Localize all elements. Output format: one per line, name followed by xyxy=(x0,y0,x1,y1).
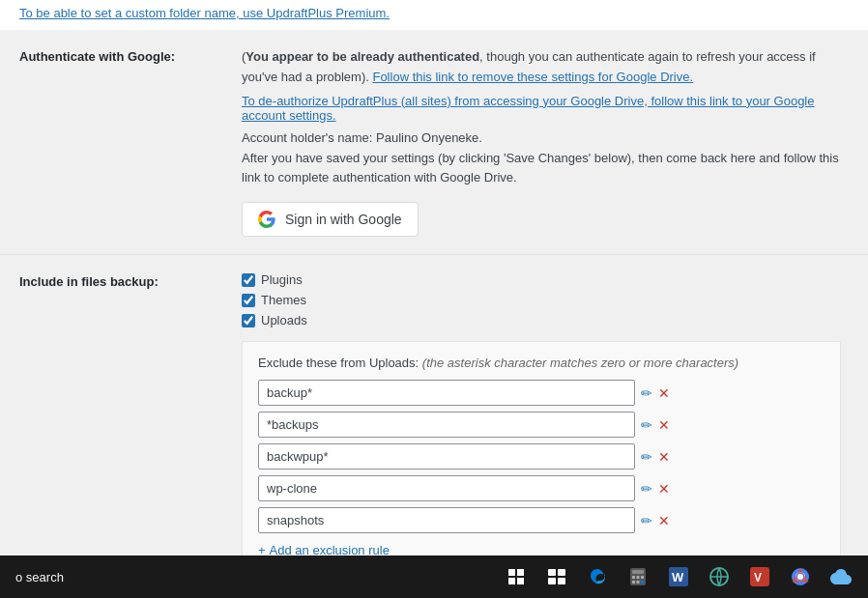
premium-link[interactable]: To be able to set a custom folder name, … xyxy=(19,6,390,20)
exclude-row-3: ✏ ✕ xyxy=(258,443,825,470)
edit-icon-5[interactable]: ✏ xyxy=(641,513,652,528)
svg-point-25 xyxy=(797,574,803,580)
exclude-section: Exclude these from Uploads: (the asteris… xyxy=(242,341,841,572)
browser-icon xyxy=(709,567,729,586)
svg-rect-13 xyxy=(632,581,635,584)
account-name-label: Account holder's name: xyxy=(242,130,372,145)
authenticate-label: Authenticate with Google: xyxy=(19,47,232,64)
exclude-input-4[interactable] xyxy=(258,475,635,501)
sign-in-google-button[interactable]: Sign in with Google xyxy=(242,202,419,237)
after-text: After you have saved your settings (by c… xyxy=(242,149,849,189)
exclude-input-1[interactable] xyxy=(258,380,635,406)
svg-rect-3 xyxy=(517,578,524,584)
exclude-input-2[interactable] xyxy=(258,412,635,438)
deauth-link[interactable]: To de-authorize UpdraftPlus (all sites) … xyxy=(242,94,814,123)
taskbar-icons: W V xyxy=(497,557,860,596)
delete-icon-2[interactable]: ✕ xyxy=(658,417,670,433)
delete-icon-3[interactable]: ✕ xyxy=(658,449,670,465)
browser-button[interactable] xyxy=(700,557,738,596)
svg-rect-9 xyxy=(632,570,644,574)
chrome-icon xyxy=(791,567,810,586)
calculator-button[interactable] xyxy=(619,557,657,596)
edge-button[interactable] xyxy=(578,557,617,596)
windows-start-button[interactable] xyxy=(497,557,535,596)
delete-icon-4[interactable]: ✕ xyxy=(658,481,670,497)
delete-icon-5[interactable]: ✕ xyxy=(658,513,670,528)
windows-icon xyxy=(508,569,524,584)
svg-rect-6 xyxy=(548,578,556,584)
plugins-label: Plugins xyxy=(261,272,303,287)
svg-rect-4 xyxy=(548,569,556,576)
svg-text:W: W xyxy=(672,570,684,584)
cloud-button[interactable] xyxy=(822,557,860,596)
taskbar-search-text: o search xyxy=(8,566,72,588)
svg-rect-7 xyxy=(558,578,565,584)
svg-text:V: V xyxy=(754,571,762,584)
already-auth-text: (You appear to be already authenticated,… xyxy=(242,47,849,88)
themes-label: Themes xyxy=(261,293,306,307)
auth-bold: You appear to be already authenticated xyxy=(246,49,479,64)
edit-icon-1[interactable]: ✏ xyxy=(641,385,652,401)
svg-rect-11 xyxy=(637,576,640,579)
checkbox-uploads[interactable]: Uploads xyxy=(242,313,849,327)
checkbox-plugins[interactable]: Plugins xyxy=(242,272,849,287)
exclude-subtitle: (the asterisk character matches zero or … xyxy=(422,356,738,370)
exclude-title: Exclude these from Uploads: (the asteris… xyxy=(258,356,825,370)
exclude-row-5: ✏ ✕ xyxy=(258,507,825,533)
edit-icon-2[interactable]: ✏ xyxy=(641,417,652,433)
google-logo-icon xyxy=(258,211,275,228)
vpn-button[interactable]: V xyxy=(740,557,779,596)
exclude-row-1: ✏ ✕ xyxy=(258,380,825,406)
delete-icon-1[interactable]: ✕ xyxy=(658,385,670,401)
vpn-icon: V xyxy=(750,567,769,586)
files-backup-label: Include in files backup: xyxy=(19,272,232,289)
exclude-row-4: ✏ ✕ xyxy=(258,475,825,501)
edge-icon xyxy=(588,567,607,586)
svg-rect-12 xyxy=(641,576,644,579)
edit-icon-3[interactable]: ✏ xyxy=(641,449,652,465)
authenticate-content: (You appear to be already authenticated,… xyxy=(232,47,849,237)
task-view-icon xyxy=(548,569,565,584)
svg-rect-1 xyxy=(517,569,524,576)
checkbox-themes[interactable]: Themes xyxy=(242,293,849,307)
svg-rect-5 xyxy=(558,569,565,576)
svg-rect-14 xyxy=(637,581,640,584)
backup-checkboxes: Plugins Themes Uploads xyxy=(242,272,849,327)
task-view-button[interactable] xyxy=(537,557,576,596)
cloud-icon xyxy=(830,569,852,584)
calculator-icon xyxy=(630,568,646,585)
chrome-button[interactable] xyxy=(781,557,820,596)
sign-in-google-label: Sign in with Google xyxy=(285,212,402,227)
word-icon: W xyxy=(669,567,688,586)
uploads-label: Uploads xyxy=(261,313,307,327)
account-name-value: Paulino Onyeneke. xyxy=(376,130,482,145)
remove-settings-link[interactable]: Follow this link to remove these setting… xyxy=(372,70,693,84)
files-backup-row: Include in files backup: Plugins Themes … xyxy=(0,255,868,590)
svg-rect-2 xyxy=(508,578,515,584)
files-backup-content: Plugins Themes Uploads Exclude these fro… xyxy=(232,272,849,572)
svg-rect-15 xyxy=(641,581,644,584)
svg-rect-10 xyxy=(632,576,635,579)
themes-checkbox[interactable] xyxy=(242,294,255,307)
exclude-input-3[interactable] xyxy=(258,443,635,470)
exclude-title-text: Exclude these from Uploads: xyxy=(258,356,419,370)
account-name-line: Account holder's name: Paulino Onyeneke. xyxy=(242,130,849,145)
word-button[interactable]: W xyxy=(659,557,698,596)
authenticate-row: Authenticate with Google: (You appear to… xyxy=(0,30,868,255)
taskbar: o search xyxy=(0,555,868,598)
uploads-checkbox[interactable] xyxy=(242,314,255,327)
plugins-checkbox[interactable] xyxy=(242,273,255,287)
exclude-row-2: ✏ ✕ xyxy=(258,412,825,438)
exclude-input-5[interactable] xyxy=(258,507,635,533)
edit-icon-4[interactable]: ✏ xyxy=(641,481,652,497)
svg-rect-0 xyxy=(508,569,515,576)
